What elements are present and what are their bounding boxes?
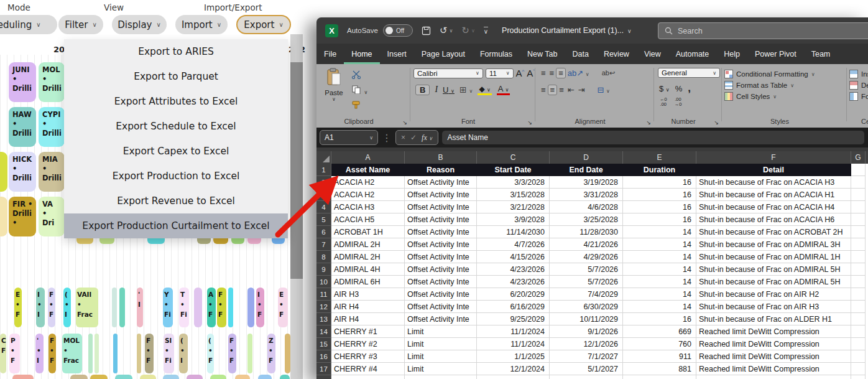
select-all-corner[interactable]	[316, 151, 331, 164]
cell-A9[interactable]: ADMIRAL 4H	[331, 263, 405, 276]
cell-C6[interactable]: 11/14/2030	[477, 226, 550, 238]
clipboard-dialog-launcher[interactable]: ↘	[402, 119, 407, 126]
frac-bar-z[interactable]: Z•F	[267, 334, 275, 373]
cell-A14[interactable]: CHERRY #1	[331, 325, 405, 338]
cell-G13[interactable]	[851, 313, 866, 325]
row-number-18[interactable]: 18	[316, 375, 331, 379]
cell-F16[interactable]: Reached limit DeWitt Compression	[696, 350, 851, 363]
cell-C4[interactable]: 3/21/2028	[477, 201, 550, 213]
gantt-block-n[interactable]: Nli	[0, 197, 7, 236]
cell-D6[interactable]: 11/28/2030	[550, 226, 623, 238]
tab-file[interactable]: File	[316, 45, 344, 64]
cell-A7[interactable]: ADMIRAL 2H	[331, 238, 405, 251]
frac-bar-i[interactable]: I•F	[256, 288, 264, 327]
gantt-block-partial[interactable]	[70, 375, 88, 379]
menu-item-export-schedule-to-excel[interactable]: Export Schedule to Excel	[64, 114, 288, 139]
frac-bar-t[interactable]: T•Fi	[179, 288, 189, 327]
tab-power-pivot[interactable]: Power Pivot	[747, 45, 804, 64]
tab-formulas[interactable]: Formulas	[473, 45, 520, 64]
cell-E1[interactable]: Duration	[623, 164, 696, 176]
cell-G8[interactable]	[851, 251, 866, 263]
cancel-entry-button[interactable]: ×	[401, 133, 405, 142]
gantt-block-cypi[interactable]: CYPI•Drilli	[39, 107, 65, 147]
frac-bar-i[interactable]: I•I	[36, 288, 45, 327]
cell-G12[interactable]	[851, 301, 866, 313]
frac-bar-f[interactable]: F•F	[48, 288, 55, 327]
menu-item-export-production-curtailment-to-excel[interactable]: Export Production Curtailment to Excel	[64, 213, 288, 238]
frac-bar-e[interactable]: E•F	[278, 288, 288, 327]
menu-item-export-production-to-excel[interactable]: Export Production to Excel	[64, 164, 288, 189]
frac-bar-[interactable]: 'I	[137, 288, 143, 327]
cell-F1[interactable]: Detail	[696, 164, 851, 176]
cell-G17[interactable]	[851, 363, 866, 375]
column-header-c[interactable]: C	[477, 151, 550, 164]
underline-button[interactable]: U ∨	[443, 85, 455, 95]
cell-B10[interactable]: Offset Activity Inte	[405, 276, 477, 288]
import-dropdown-button[interactable]: Import∨	[175, 15, 228, 34]
cell-A16[interactable]: CHERRY #3	[331, 350, 405, 363]
cell-B3[interactable]: Offset Activity Inte	[405, 189, 477, 201]
cell-B17[interactable]: Limit	[405, 363, 477, 375]
cell-F8[interactable]: Shut-in because of Frac on ADMIRAL 1H	[696, 251, 851, 263]
row-number-1[interactable]: 1	[316, 164, 331, 176]
gantt-block-fir[interactable]: FIR •Drilli•	[9, 197, 36, 236]
frac-bar-[interactable]: '•I	[35, 334, 44, 373]
align-right-button[interactable]: ≡	[557, 85, 566, 95]
ribbon-options-button[interactable]: ∨	[484, 27, 488, 35]
italic-button[interactable]: I	[435, 85, 438, 95]
cell-G10[interactable]	[851, 276, 866, 288]
cell-C15[interactable]: 11/1/2024	[477, 338, 550, 350]
cell-B6[interactable]: Offset Activity Inte	[405, 226, 477, 238]
menu-item-export-to-parquet[interactable]: Export to Parquet	[64, 64, 288, 89]
cell-C9[interactable]: 4/23/2026	[477, 263, 550, 276]
cell-D15[interactable]: 12/1/2026	[550, 338, 623, 350]
cell-D2[interactable]: 3/19/2028	[550, 176, 623, 189]
bottom-align-button[interactable]: ≡	[556, 68, 566, 78]
fill-color-button[interactable]: ◆ ∨	[478, 85, 491, 95]
gantt-block-m[interactable]: Mli	[0, 152, 7, 192]
gantt-block-partial[interactable]	[258, 375, 272, 379]
gantt-block-juni[interactable]: JUNI•Drilli	[9, 62, 36, 102]
row-number-10[interactable]: 10	[316, 276, 331, 288]
cell-C17[interactable]: 12/1/2024	[477, 363, 550, 375]
middle-align-button[interactable]: ≡	[548, 68, 556, 78]
frac-bar-[interactable]: (•I	[63, 288, 71, 327]
frac-bar[interactable]	[88, 334, 93, 373]
frac-bar[interactable]	[95, 334, 99, 373]
gantt-block-va[interactable]: VA•Dri	[39, 197, 65, 236]
cell-F14[interactable]: Reached limit DeWitt Compression	[696, 325, 851, 338]
cell-D14[interactable]: 9/1/2026	[550, 325, 623, 338]
cell-F18[interactable]	[696, 375, 851, 379]
align-left-button[interactable]: ≡	[539, 85, 548, 95]
cell-A10[interactable]: ADMIRAL 6H	[331, 276, 405, 288]
frac-bar[interactable]	[247, 288, 254, 327]
tab-team[interactable]: Team	[804, 45, 838, 64]
row-number-3[interactable]: 3	[316, 189, 331, 201]
cell-C8[interactable]: 4/15/2026	[477, 251, 550, 263]
cell-E3[interactable]: 16	[623, 189, 696, 201]
cell-B16[interactable]: Limit	[405, 350, 477, 363]
font-name-select[interactable]: Calibri∨	[413, 68, 483, 78]
cell-D1[interactable]: End Date	[550, 164, 623, 176]
currency-button[interactable]: $ ∨	[659, 84, 670, 93]
name-box[interactable]: A1∨	[320, 130, 378, 145]
autosave-toggle[interactable]: Off	[383, 24, 413, 37]
cell-G16[interactable]	[851, 350, 866, 363]
cell-F6[interactable]: Shut-in because of Frac on ACROBAT 2H	[696, 226, 851, 238]
alignment-dialog-launcher[interactable]: ↘	[646, 119, 651, 126]
cell-A17[interactable]: CHERRY #4	[331, 363, 405, 375]
confirm-entry-button[interactable]: ✓	[410, 133, 417, 142]
shrink-font-button[interactable]: Aˇ	[527, 68, 535, 78]
cell-styles-button[interactable]: Cell Styles ∨	[724, 92, 846, 101]
filter-dropdown-button[interactable]: Filter∨	[58, 15, 103, 34]
cell-D7[interactable]: 4/21/2026	[550, 238, 623, 251]
cell-F2[interactable]: Shut-in because of Frac on ACACIA H3	[696, 176, 851, 189]
document-title[interactable]: Production Curtailment Export (1)...∨	[502, 26, 632, 35]
cell-C2[interactable]: 3/3/2028	[477, 176, 550, 189]
column-header-f[interactable]: F	[696, 151, 851, 164]
cell-D5[interactable]: 3/25/2028	[550, 213, 623, 226]
gantt-block-partial[interactable]	[235, 375, 250, 379]
gantt-block-haw[interactable]: HAW•Drilli	[9, 107, 36, 147]
increase-indent-button[interactable]: ⇥	[576, 85, 587, 95]
cell-A13[interactable]: AIR H4	[331, 313, 405, 325]
